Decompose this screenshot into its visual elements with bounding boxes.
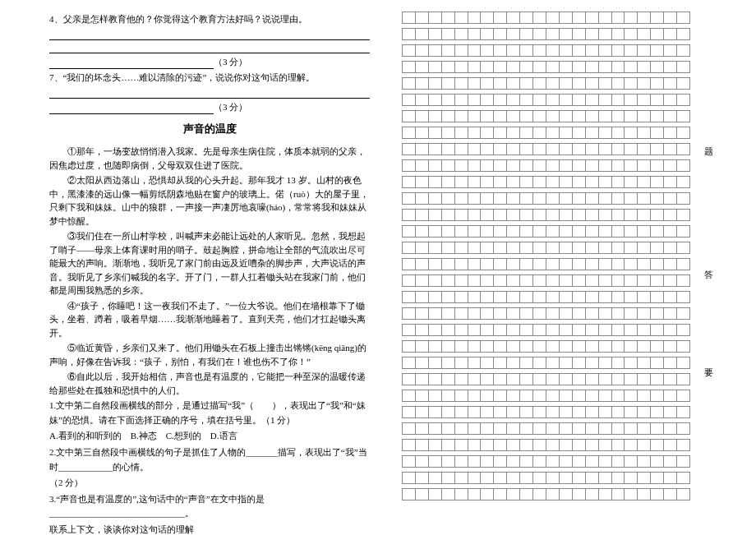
reading-p2: ②太阳从西边落山，恐惧却从我的心头升起。那年我才 13 岁。山村的夜色中，黑漆漆… [49,173,370,228]
reading-q2b: （2 分） [49,476,370,491]
reading-p4: ④“孩子，你睡吧！这一夜我们不走了。”一位大爷说。他们在墙根靠下了锄头，坐着、蹲… [49,299,370,340]
essay-grid-right[interactable] [403,12,690,500]
answer-line[interactable] [49,59,214,69]
reading-title: 声音的温度 [49,121,370,138]
answer-line[interactable] [49,29,370,40]
reading-q3a: 3.“声音也是有温度的”,这句话中的“声音”在文中指的是____________… [49,492,370,521]
q7-score: （3 分） [214,102,247,112]
reading-q1: 1.文中第二自然段画横线的部分，是通过描写“我”（ ），表现出了“我”和“妹妹”… [49,399,370,427]
reading-p6: ⑥自此以后，我开始相信，声音也是有温度的，它能把一种至深的温暖传递给那些处在孤独… [49,370,370,397]
answer-line[interactable] [49,42,370,53]
reading-q3b: 联系上下文，谈谈你对这句话的理解________________________… [49,523,370,535]
vertical-label-3: 要 [703,362,715,368]
q7-prompt: 7、“我们的坏念头……难以清除的污迹”，说说你对这句话的理解。 [49,71,370,85]
vertical-label-1: 题 [703,140,715,146]
reading-q1-options: A.看到的和听到的 B.神态 C.想到的 D.语言 [49,429,370,444]
reading-q2a: 2.文中第三自然段中画横线的句子是抓住了人物的_______描写，表现出了“我”… [49,445,370,474]
reading-p3: ③我们住在一所山村学校，叫喊声未必能让远处的人家听见。忽然，我想起了哨子——母亲… [49,229,370,297]
answer-line[interactable] [49,87,370,99]
reading-p5: ⑤临近黄昏，乡亲们又来了。他们用锄头在石板上撞击出锵锵(kēng qiāng)的… [49,341,370,368]
vertical-label-2: 答 [703,263,715,270]
reading-p1: ①那年，一场变故悄悄潜入我家。先是母亲生病住院，体质本就弱的父亲，因焦虑过度，也… [49,145,370,172]
answer-line[interactable] [49,104,214,114]
q4-prompt: 4、父亲是怎样教育他的？你觉得这个教育方法好吗？说说理由。 [49,12,370,27]
q4-score: （3 分） [214,57,247,67]
